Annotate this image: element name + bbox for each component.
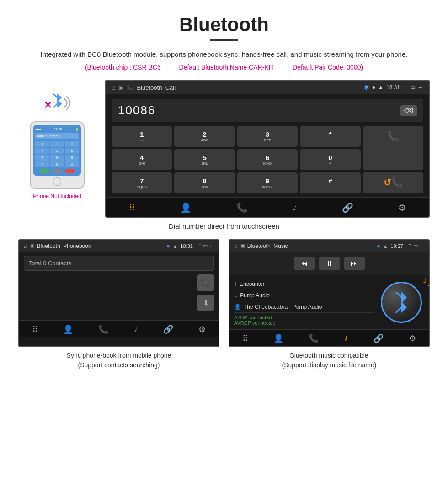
phone-key-9: 9 <box>65 155 79 161</box>
ms-nav-settings[interactable]: ⚙ <box>409 333 416 343</box>
phone-device: ●●● 12:00 🔋 Add to Contacts 1 2 3 4 5 6 <box>30 121 85 189</box>
ms-content: ♩ Encounter ○ Pump Audio 👤 The Cheebacab… <box>229 275 429 329</box>
key-3[interactable]: 3DEF <box>237 126 298 147</box>
key-star[interactable]: * <box>300 126 360 147</box>
ms-track-2: ○ Pump Audio <box>234 290 374 301</box>
home-icon: ⌂ <box>112 84 115 91</box>
dial-time: 18:31 <box>386 84 400 91</box>
key-7[interactable]: 7PQRS <box>112 172 172 193</box>
signal-dots: ● <box>372 84 375 91</box>
phone-battery: 🔋 <box>75 128 79 131</box>
ms-signal-icon: ▣ <box>240 243 245 248</box>
page-description: Integrated with BC6 Bluetooth module, su… <box>18 49 430 60</box>
pb-wifi: ▲ <box>172 243 177 249</box>
ms-nav-calls[interactable]: 📞 <box>309 333 319 343</box>
phone-key-4: 4 <box>35 148 49 154</box>
ms-caption-line2: (Support display music file name) <box>282 361 377 369</box>
pb-nav-music[interactable]: ♪ <box>134 324 138 334</box>
phone-illustration: ●●● 12:00 🔋 Add to Contacts 1 2 3 4 5 6 <box>18 80 96 199</box>
nav-calls[interactable]: 📞 <box>236 202 248 213</box>
pb-nav-dialpad[interactable]: ⠿ <box>32 324 38 334</box>
svg-marker-5 <box>401 292 407 313</box>
ms-caption: Bluetooth music compatible (Support disp… <box>229 351 430 370</box>
bt-signal-area <box>39 89 75 117</box>
phone-call-btn <box>40 169 49 173</box>
call-green-icon: 📞 <box>387 130 399 142</box>
window-icon: ▭ <box>410 84 415 91</box>
track-1-name: Encounter <box>240 281 265 287</box>
ms-track-3: 👤 The Cheebacabra - Pump Audio <box>234 301 374 313</box>
svg-line-1 <box>53 94 57 97</box>
pb-download-button[interactable]: ⬇ <box>197 295 214 311</box>
nav-contacts[interactable]: 👤 <box>180 202 192 213</box>
pb-nav-calls[interactable]: 📞 <box>98 324 108 334</box>
wifi-icon: ▲ <box>378 84 384 91</box>
pb-screen-header: ⌂ ▣ Bluetooth_Phonebook ● ▲ 18:31 ⌃ ▭ ← <box>19 240 219 252</box>
ms-back: ⌃ ▭ ← <box>408 243 424 249</box>
key-8[interactable]: 8TUV <box>174 172 235 193</box>
track-note-icon: ♩ <box>234 281 237 287</box>
call-button[interactable]: 📞 <box>363 126 423 170</box>
delete-button[interactable]: ⌫ <box>400 105 417 116</box>
prev-button[interactable]: ⏮ <box>294 257 315 270</box>
ms-nav-contacts[interactable]: 👤 <box>273 333 283 343</box>
pb-time: 18:31 <box>180 243 193 249</box>
key-2[interactable]: 2ABC <box>174 126 235 147</box>
phone-screen: ●●● 12:00 🔋 Add to Contacts 1 2 3 4 5 6 <box>33 125 81 176</box>
ms-track-1: ♩ Encounter <box>234 279 374 290</box>
phone-contact-row: Add to Contacts <box>35 133 79 139</box>
key-1[interactable]: 1○○ <box>112 126 172 147</box>
ms-time: 18:27 <box>390 243 403 249</box>
music-screen: ⌂ ▣ Bluetooth_Music ● ▲ 18:27 ⌃ ▭ ← ⏮ ⏸ … <box>229 239 430 347</box>
nav-dialpad[interactable]: ⠿ <box>128 202 135 213</box>
nav-link[interactable]: 🔗 <box>342 202 353 213</box>
play-pause-button[interactable]: ⏸ <box>319 257 340 270</box>
pair-code-label: Default Pair Code: 0000) <box>293 64 363 71</box>
phone-bottom-bar <box>35 169 79 173</box>
redial-button[interactable]: ↺📞 <box>363 172 423 193</box>
nav-settings[interactable]: ⚙ <box>398 202 406 213</box>
pb-list <box>24 274 196 316</box>
ms-nav-dialpad[interactable]: ⠿ <box>242 333 248 343</box>
phone-carrier: ●●● <box>35 128 41 131</box>
pb-nav-contacts[interactable]: 👤 <box>63 324 73 334</box>
phone-key-2: 2 <box>50 141 64 147</box>
next-button[interactable]: ⏭ <box>344 257 365 270</box>
track-person-icon: 👤 <box>234 304 241 310</box>
ms-caption-line1: Bluetooth music compatible <box>290 352 368 359</box>
pb-content: 📞 ⬇ <box>19 274 219 320</box>
ms-nav-link[interactable]: 🔗 <box>373 333 384 343</box>
chip-label: (Bluetooth chip : CSR BC6 <box>85 64 161 71</box>
phonebook-section: ⌂ ▣ Bluetooth_Phonebook ● ▲ 18:31 ⌃ ▭ ← … <box>18 239 219 370</box>
phone-time: 12:00 <box>54 128 62 131</box>
key-hash[interactable]: # <box>300 172 360 193</box>
ms-screen-header: ⌂ ▣ Bluetooth_Music ● ▲ 18:27 ⌃ ▭ ← <box>229 240 429 252</box>
phone-key-0: 0 <box>50 161 64 167</box>
ms-bottom-nav: ⠿ 👤 📞 ♪ 🔗 ⚙ <box>229 329 429 346</box>
key-5[interactable]: 5JKL <box>174 149 235 170</box>
dial-bottom-nav: ⠿ 👤 📞 ♪ 🔗 ⚙ <box>106 197 429 217</box>
dial-screen-status: ✱ ● ▲ 18:31 ⌃ ▭ ← <box>364 84 423 91</box>
chip-info: (Bluetooth chip : CSR BC6 Default Blueto… <box>18 64 430 71</box>
phone-contact-label: Add to Contacts <box>37 134 60 138</box>
title-divider <box>210 39 238 41</box>
back-icon: ← <box>418 84 423 91</box>
pb-nav-link[interactable]: 🔗 <box>163 324 173 334</box>
key-0[interactable]: 0+ <box>300 149 360 170</box>
phonebook-screen: ⌂ ▣ Bluetooth_Phonebook ● ▲ 18:31 ⌃ ▭ ← … <box>18 239 219 347</box>
ms-bt-dot: ● <box>377 243 380 249</box>
nav-music[interactable]: ♪ <box>293 202 297 213</box>
pb-nav-settings[interactable]: ⚙ <box>198 324 206 334</box>
expand-icon: ⌃ <box>403 84 407 91</box>
phone-key-8: 8 <box>50 155 64 161</box>
signal-icon: ▣ <box>119 85 123 90</box>
pb-caption-line2: (Support contacts searching) <box>78 361 160 369</box>
pb-signal-icon: ▣ <box>30 243 34 248</box>
ms-nav-music[interactable]: ♪ <box>344 333 348 343</box>
phone-key-hash: # <box>65 161 79 167</box>
pb-call-button[interactable]: 📞 <box>197 274 214 291</box>
key-6[interactable]: 6MNO <box>237 149 298 170</box>
key-9[interactable]: 9WXYZ <box>237 172 298 193</box>
key-4[interactable]: 4GHI <box>112 149 172 170</box>
pb-search-bar[interactable]: Total 0 Contacts <box>24 256 214 271</box>
